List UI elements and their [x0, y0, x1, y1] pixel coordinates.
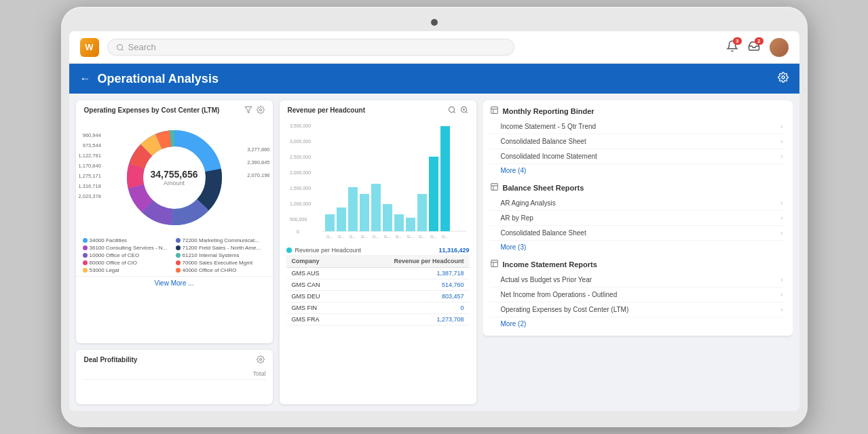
table-row: GMS DEU803,457: [286, 291, 470, 302]
svg-line-18: [453, 111, 455, 113]
svg-rect-38: [394, 214, 404, 231]
search-bar[interactable]: Search: [107, 39, 514, 56]
report-item-1-0[interactable]: AR Aging Analysis›: [490, 196, 786, 211]
inbox-button[interactable]: 2: [748, 40, 760, 55]
donut-card-header: Operating Expenses by Cost Center (LTM): [76, 100, 273, 117]
report-item-0-2[interactable]: Consolidated Income Statement›: [490, 149, 786, 164]
donut-label-7: 2,023,378: [79, 191, 101, 201]
svg-text:3,500,000: 3,500,000: [290, 123, 311, 128]
svg-text:500,000: 500,000: [290, 217, 307, 222]
svg-point-16: [259, 359, 261, 361]
revenue-zoom-icon[interactable]: [460, 106, 468, 114]
svg-text:O...: O...: [442, 235, 449, 239]
notification-badge: 3: [733, 37, 741, 45]
svg-rect-42: [440, 126, 450, 231]
more-items-0[interactable]: More (4): [490, 164, 786, 177]
svg-line-20: [466, 111, 467, 113]
rev-col-value: Revenue per Headcount: [346, 255, 470, 268]
chevron-right-icon: ›: [780, 153, 782, 160]
legend-dot: [83, 253, 88, 258]
nav-icons: 3 2: [726, 38, 789, 57]
svg-text:2,000,000: 2,000,000: [290, 170, 311, 175]
chevron-right-icon: ›: [780, 306, 782, 313]
report-item-1-1[interactable]: AR by Rep›: [490, 211, 786, 226]
svg-point-0: [117, 44, 122, 50]
report-item-1-2[interactable]: Consolidated Balance Sheet›: [490, 226, 786, 241]
svg-text:1,500,000: 1,500,000: [290, 186, 311, 191]
notification-bell[interactable]: 3: [726, 40, 738, 55]
svg-rect-41: [429, 157, 438, 231]
revenue-card-title: Revenue per Headcount: [288, 106, 365, 114]
search-placeholder: Search: [128, 42, 156, 52]
chevron-right-icon: ›: [780, 214, 782, 222]
svg-text:3,000,000: 3,000,000: [290, 139, 311, 144]
revenue-legend-label: Revenue per Headcount: [295, 247, 362, 254]
svg-text:1,000,000: 1,000,000: [290, 201, 311, 206]
value-cell: 1,273,708: [346, 314, 470, 326]
svg-text:G...: G...: [350, 235, 356, 239]
deal-gear-icon[interactable]: [257, 355, 265, 363]
report-item-0-1[interactable]: Consolidated Balance Sheet›: [490, 134, 786, 149]
legend-dot: [83, 245, 88, 250]
donut-total: 34,755,656: [150, 169, 197, 180]
revenue-search-icon[interactable]: [448, 106, 456, 114]
legend-label: 40000 Office of CHRO: [183, 267, 237, 273]
back-button[interactable]: ←: [80, 73, 91, 85]
donut-label-3: 1,122,781: [79, 151, 101, 161]
section-title-text: Monthly Reporting Binder: [503, 107, 595, 115]
report-item-2-2[interactable]: Operating Expenses by Cost Center (LTM)›: [490, 302, 786, 317]
legend-dot: [176, 260, 181, 265]
more-items-1[interactable]: More (3): [490, 241, 786, 254]
svg-point-17: [449, 107, 454, 113]
donut-r-label-1: 3,277,860: [247, 144, 269, 157]
deal-card-header: Deal Profitability: [76, 350, 273, 366]
report-item-2-1[interactable]: Net Income from Operations - Outlined›: [490, 288, 786, 302]
operating-expenses-card: Operating Expenses by Cost Center (LTM) …: [76, 100, 273, 343]
legend-label: 36100 Consulting Services - N...: [90, 245, 168, 251]
company-cell: GMS FIN: [286, 302, 346, 314]
report-item-2-0[interactable]: Actual vs Budget vs Prior Year›: [490, 273, 786, 288]
report-item-label: AR Aging Analysis: [501, 199, 556, 207]
svg-text:2,500,000: 2,500,000: [290, 155, 311, 159]
reports-inner: Monthly Reporting BinderIncome Statement…: [483, 100, 793, 336]
revenue-headcount-card: Revenue per Headcount 3,500,000 3,000,00…: [280, 100, 476, 404]
donut-card-icons: [244, 106, 265, 114]
legend-label: 34000 Facilities: [90, 237, 128, 243]
table-row: GMS FIN0: [286, 302, 470, 314]
donut-gear-icon[interactable]: [257, 106, 265, 114]
legend-dot: [176, 253, 181, 258]
section-title-2: Income Statement Reports: [490, 259, 786, 270]
value-cell: 1,387,718: [346, 268, 470, 279]
main-content: Operating Expenses by Cost Center (LTM) …: [69, 94, 799, 411]
donut-r-label-3: 2,070,196: [247, 170, 269, 182]
svg-text:G...: G...: [419, 235, 426, 239]
svg-text:G...: G...: [326, 235, 333, 239]
legend-dot: [176, 245, 181, 250]
deal-profitability-card: Deal Profitability Total: [76, 350, 273, 404]
avatar[interactable]: [770, 38, 789, 57]
page-title: Operational Analysis: [98, 72, 219, 86]
tablet-camera: [431, 19, 438, 26]
donut-center: 34,755,656 Amount: [150, 169, 197, 186]
legend-item: 71200 Field Sales - North Ame...: [176, 245, 266, 251]
legend-item: 70000 Sales Executive Mgmt: [176, 260, 266, 266]
report-item-label: Consolidated Balance Sheet: [501, 229, 586, 237]
value-cell: 803,457: [346, 291, 470, 302]
section-title-1: Balance Sheet Reports: [490, 182, 786, 193]
settings-icon[interactable]: [778, 72, 789, 85]
report-item-0-0[interactable]: Income Statement - 5 Qtr Trend›: [490, 119, 786, 134]
deal-table-header: Total: [83, 370, 266, 380]
more-items-2[interactable]: More (2): [490, 317, 786, 330]
deal-col-empty: [83, 370, 253, 377]
reports-panel: Monthly Reporting BinderIncome Statement…: [483, 100, 793, 336]
view-more-button[interactable]: View More ...: [76, 276, 273, 290]
filter-icon[interactable]: [244, 106, 252, 114]
svg-point-2: [782, 76, 785, 79]
donut-label-4: 1,170,840: [79, 161, 101, 171]
svg-rect-36: [371, 184, 381, 231]
svg-text:G...: G...: [373, 235, 379, 239]
svg-text:G...: G...: [396, 235, 402, 239]
revenue-card-header: Revenue per Headcount: [280, 100, 476, 117]
right-column: Monthly Reporting BinderIncome Statement…: [483, 100, 793, 404]
svg-point-4: [259, 109, 261, 111]
